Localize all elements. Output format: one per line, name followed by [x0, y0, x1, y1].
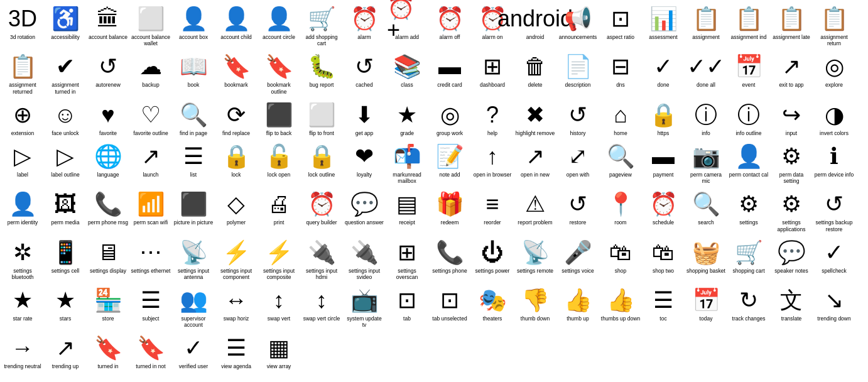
track-changes-icon: ↻	[739, 286, 758, 314]
icon-cell-android: androidandroid	[514, 3, 556, 50]
pageview-icon: 🔍	[607, 143, 635, 170]
lock-outline-icon: 🔒	[308, 143, 336, 170]
icon-cell-info: ⓘinfo	[685, 99, 727, 140]
icon-label: swap vert	[268, 315, 290, 322]
assignment-returned-icon: 📋	[9, 53, 37, 80]
icon-label: settings display	[90, 268, 126, 274]
highlight-remove-icon: ✖	[526, 101, 545, 129]
icon-label: view agenda	[221, 363, 251, 369]
aspect-ratio-icon: ⊡	[611, 5, 630, 33]
system-update-tv-icon: 📺	[350, 286, 379, 314]
icon-cell-system-update-tv: 📺system update tv	[343, 284, 386, 332]
icon-label: picture in picture	[174, 219, 213, 226]
icon-label: account circle	[263, 34, 295, 40]
icon-cell-trending-down: ↘trending down	[813, 284, 855, 332]
language-icon: 🌐	[94, 143, 122, 170]
icon-cell-reorder: ≡reorder	[471, 188, 514, 236]
icon-cell-supervisor-account: 👥supervisor account	[172, 284, 215, 332]
icon-label: flip to back	[266, 130, 292, 136]
settings-power-icon: ⏻	[481, 239, 504, 266]
icon-cell-open-with: ⤢open with	[556, 140, 599, 188]
icon-cell-alarm: ⏰alarm	[343, 3, 386, 50]
icon-cell-perm-contact-cal: 👤perm contact cal	[727, 140, 770, 188]
icon-cell-thumb-up: 👍thumb up	[556, 284, 599, 332]
settings-cell-icon: 📱	[52, 239, 80, 266]
account-box-icon: 👤	[180, 5, 208, 33]
icon-cell-perm-scan-wifi: 📶perm scan wifi	[129, 188, 172, 236]
icon-label: perm media	[52, 219, 80, 226]
icon-cell-tab: ⊡tab	[386, 284, 428, 332]
icon-cell-find-in-page: 🔍find in page	[172, 99, 215, 140]
icon-cell-thumb-down: 👎thumb down	[514, 284, 556, 332]
icon-label: trending neutral	[4, 363, 41, 369]
perm-data-setting-icon: ⚙	[781, 143, 801, 170]
find-in-page-icon: 🔍	[180, 101, 208, 129]
icon-label: pageview	[609, 172, 632, 178]
icon-cell-lock-open: 🔓lock open	[258, 140, 300, 188]
extension-icon: ⊕	[13, 101, 32, 129]
open-with-icon: ⤢	[568, 143, 587, 170]
icon-label: store	[102, 315, 114, 322]
icon-label: alarm off	[440, 34, 460, 40]
icon-label: add shopping cart	[301, 34, 342, 46]
icon-label: backup	[142, 82, 159, 88]
icon-cell-bug-report: 🐛bug report	[300, 50, 343, 98]
perm-contact-cal-icon: 👤	[735, 143, 763, 170]
icon-cell-settings-input-composite: ⚡settings input composite	[258, 236, 300, 284]
icon-label: restore	[570, 219, 586, 226]
class-icon: 📚	[393, 53, 421, 80]
icon-label: dns	[616, 82, 625, 88]
icon-cell-history: ↺history	[556, 99, 599, 140]
icon-label: favorite	[99, 130, 117, 136]
speaker-notes-icon: 💬	[778, 239, 806, 266]
icon-label: shop two	[653, 268, 674, 274]
translate-icon: 文	[780, 286, 803, 314]
today-icon: 📅	[692, 286, 720, 314]
assignment-turned-in-icon: ✔	[56, 53, 75, 80]
settings-bluetooth-icon: ✲	[13, 239, 32, 266]
autorenew-icon: ↺	[99, 53, 117, 80]
icon-cell-shopping-cart: 🛒shopping cart	[727, 236, 770, 284]
icon-cell-input: ↪input	[770, 99, 813, 140]
icon-cell-settings-phone: 📞settings phone	[428, 236, 471, 284]
icon-label: group work	[437, 130, 463, 136]
icon-cell-swap-vert: ↕swap vert	[258, 284, 300, 332]
icon-cell-dns: ⊟dns	[599, 50, 642, 98]
icon-cell-markunread-mailbox: 📬markunread mailbox	[386, 140, 428, 188]
icon-label: stars	[60, 315, 71, 322]
icon-cell-track-changes: ↻track changes	[727, 284, 770, 332]
icon-cell-settings-input-hdmi: 🔌settings input hdmi	[300, 236, 343, 284]
icon-cell-speaker-notes: 💬speaker notes	[770, 236, 813, 284]
icon-cell-description: 📄description	[556, 50, 599, 98]
icon-label: favorite outline	[133, 130, 168, 136]
icon-cell-announcements: 📢announcements	[556, 3, 599, 50]
lock-open-icon: 🔓	[265, 143, 293, 170]
icon-label: thumb up	[567, 315, 589, 322]
icon-label: exit to app	[779, 82, 803, 88]
icon-label: done all	[697, 82, 715, 88]
icon-label: highlight remove	[516, 130, 555, 136]
icon-label: open in browser	[474, 172, 511, 178]
info-outline-icon: ⓘ	[737, 101, 760, 129]
icon-cell-assignment-return: 📋assignment return	[813, 3, 855, 50]
icon-label: aspect ratio	[607, 34, 634, 40]
icon-label: settings cell	[52, 268, 79, 274]
icon-cell-store: 🏪store	[87, 284, 129, 332]
swap-horiz-icon: ↔	[225, 286, 247, 314]
icon-cell-account-child: 👤account child	[215, 3, 258, 50]
bug-report-icon: 🐛	[308, 53, 336, 80]
icon-cell-accessibility: ♿accessibility	[44, 3, 87, 50]
icon-cell-https: 🔒https	[642, 99, 685, 140]
icon-label: assignment turned in	[45, 82, 85, 94]
receipt-icon: ▤	[396, 190, 418, 218]
icon-label: settings input svideo	[344, 268, 384, 280]
account-circle-icon: 👤	[265, 5, 293, 33]
icon-label: settings input antenna	[173, 268, 214, 280]
icon-label: swap vert circle	[303, 315, 340, 322]
icon-cell-done-all: ✓✓done all	[685, 50, 727, 98]
icon-label: trending up	[52, 363, 79, 369]
icon-cell-lock-outline: 🔒lock outline	[300, 140, 343, 188]
icon-cell-assignment-turned-in: ✔assignment turned in	[44, 50, 87, 98]
query-builder-icon: ⏰	[308, 190, 336, 218]
icon-cell-open-in-new: ↗open in new	[514, 140, 556, 188]
